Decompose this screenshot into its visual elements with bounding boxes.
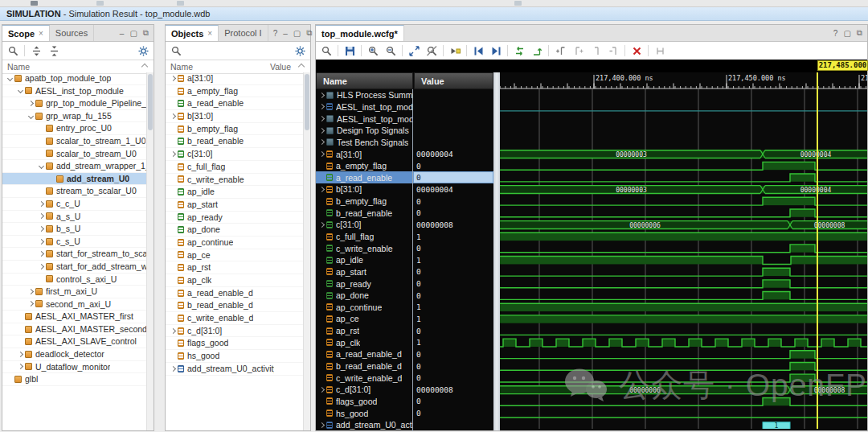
object-item-b[31:0][interactable]: b[31:0] [166, 110, 304, 123]
tab-scope[interactable]: Scope× [2, 25, 50, 41]
object-item-b_read_enable_d[interactable]: b_read_enable_d [166, 299, 304, 312]
object-item-ap_ce[interactable]: ap_ce [166, 249, 304, 262]
wave-signal-name[interactable]: c_d[31:0] [316, 384, 413, 396]
next-transition-icon[interactable] [489, 44, 502, 57]
wave-row-ap_ready[interactable]: ap_ready0 [316, 278, 493, 290]
tab-protocol[interactable]: Protocol I [219, 25, 268, 41]
scope-tree-item-apatb_top_module_top[interactable]: apatb_top_module_top [2, 72, 147, 85]
scope-scrollbar[interactable] [146, 72, 154, 430]
expand-arrow-icon[interactable] [170, 366, 176, 372]
collapse-arrow-icon[interactable] [39, 163, 44, 169]
tab-wave-config[interactable]: top_module.wcfg* [316, 25, 404, 41]
wave-signal-name[interactable]: ap_continue [316, 302, 413, 314]
tab-objects[interactable]: Objects× [166, 25, 219, 41]
scope-tree-item-AESL_inst_top_module[interactable]: AESL_inst_top_module [2, 85, 147, 98]
delete-icon[interactable] [630, 44, 643, 57]
object-item-b_empty_flag[interactable]: b_empty_flag [166, 123, 304, 136]
wave-row-c_write_enable[interactable]: c_write_enable0 [316, 242, 493, 254]
wave-row-HLS Process Summary[interactable]: HLS Process Summary [316, 89, 493, 101]
wave-signal-name[interactable]: HLS Process Summary [316, 89, 413, 101]
scope-tree-item-grp_wrap_fu_155[interactable]: grp_wrap_fu_155 [2, 110, 147, 123]
object-item-ap_start[interactable]: ap_start [166, 199, 304, 212]
wave-row-Design Top Signals[interactable]: Design Top Signals [316, 125, 493, 137]
search-icon[interactable] [6, 44, 19, 57]
swap-cursors-icon[interactable] [513, 44, 526, 57]
expand-arrow-icon[interactable] [319, 139, 325, 145]
expand-arrow-icon[interactable] [319, 387, 325, 393]
expand-arrow-icon[interactable] [319, 422, 325, 428]
wave-signal-name[interactable]: c_full_flag [316, 231, 413, 243]
scope-tree-item-scalar_to_stream_1_U0[interactable]: scalar_to_stream_1_U0 [2, 135, 147, 148]
object-item-c_write_enable_d[interactable]: c_write_enable_d [166, 312, 304, 325]
settings-icon[interactable] [293, 44, 306, 57]
wave-signal-name[interactable]: add_stream_U0_activity [316, 419, 413, 431]
wave-name-column-header[interactable]: Name [316, 72, 413, 89]
object-item-ap_clk[interactable]: ap_clk [166, 274, 304, 287]
scope-tree-item-b_s_U[interactable]: b_s_U [2, 223, 147, 236]
expand-arrow-icon[interactable] [319, 187, 325, 192]
scope-tree-item-entry_proc_U0[interactable]: entry_proc_U0 [2, 122, 147, 135]
float-icon[interactable]: ⧉ [857, 28, 862, 38]
expand-arrow-icon[interactable] [319, 93, 325, 98]
scope-tree-item-add_stream_U0[interactable]: add_stream_U0 [2, 173, 147, 186]
wave-signal-name[interactable]: ap_start [316, 266, 413, 278]
wave-row-b[31:0][interactable]: b[31:0]00000004 [316, 183, 493, 195]
wave-row-c[31:0][interactable]: c[31:0]00000008 [316, 219, 493, 231]
object-item-add_stream_U0_activity[interactable]: add_stream_U0_activity [166, 363, 304, 376]
object-item-ap_ready[interactable]: ap_ready [166, 212, 304, 224]
wave-cursor-line[interactable] [817, 72, 818, 429]
scope-tree-item-glbl[interactable]: glbl [2, 373, 147, 386]
object-item-ap_continue[interactable]: ap_continue [166, 237, 304, 249]
wave-row-ap_continue[interactable]: ap_continue1 [316, 302, 493, 314]
marker-prev-icon[interactable] [589, 44, 602, 57]
collapse-arrow-icon[interactable] [18, 88, 23, 93]
zoom-cursor-icon[interactable] [425, 44, 438, 57]
expand-arrow-icon[interactable] [28, 101, 34, 106]
wave-row-hs_good[interactable]: hs_good0 [316, 407, 493, 419]
scope-tree-item-c_c_U[interactable]: c_c_U [2, 198, 147, 211]
object-item-c_full_flag[interactable]: c_full_flag [166, 161, 304, 174]
minimize-icon[interactable]: – [283, 29, 288, 38]
collapse-arrow-icon[interactable] [7, 76, 13, 81]
prev-transition-icon[interactable] [472, 44, 485, 57]
expand-arrow-icon[interactable] [319, 116, 325, 121]
wave-signal-name[interactable]: a[31:0] [316, 148, 413, 160]
wave-signal-name[interactable]: ap_ready [316, 278, 413, 290]
wave-signal-name[interactable]: a_empty_flag [316, 160, 413, 172]
wave-signal-name[interactable]: ap_rst [316, 325, 413, 337]
wave-row-ap_ce[interactable]: ap_ce1 [316, 313, 493, 325]
wave-row-a_read_enable[interactable]: a_read_enable0 [316, 171, 493, 183]
minimize-icon[interactable]: – [120, 29, 125, 38]
wave-signal-name[interactable]: ap_done [316, 290, 413, 302]
help-icon[interactable]: ? [273, 29, 278, 38]
expand-arrow-icon[interactable] [319, 151, 325, 157]
expand-arrow-icon[interactable] [319, 128, 325, 134]
object-item-a_empty_flag[interactable]: a_empty_flag [166, 85, 304, 98]
objects-scrollbar[interactable] [303, 72, 310, 430]
scope-tree-item-start_for_stream_to_scalar_U0[interactable]: start_for_stream_to_scalar_U0 [2, 248, 147, 261]
close-tab-icon[interactable]: × [207, 29, 212, 38]
expand-arrow-icon[interactable] [28, 289, 34, 294]
wave-signal-name[interactable]: flags_good [316, 396, 413, 408]
object-item-ap_done[interactable]: ap_done [166, 224, 304, 237]
add-marker-icon[interactable] [554, 44, 567, 57]
scope-tree-item-c_s_U[interactable]: c_s_U [2, 236, 147, 249]
close-tab-icon[interactable]: × [39, 29, 43, 38]
wave-row-c_write_enable_d[interactable]: c_write_enable_d0 [316, 372, 493, 384]
expand-collapse-icon[interactable] [47, 44, 60, 57]
scope-tree-item-AESL_AXI_MASTER_second[interactable]: AESL_AXI_MASTER_second [2, 323, 147, 336]
wave-row-AESL_inst_top_module_activity[interactable]: AESL_inst_top_module_activity [316, 101, 493, 113]
scope-tree-item-AESL_AXI_SLAVE_control[interactable]: AESL_AXI_SLAVE_control [2, 335, 147, 348]
wave-row-ap_done[interactable]: ap_done0 [316, 290, 493, 302]
wave-row-b_empty_flag[interactable]: b_empty_flag0 [316, 195, 493, 208]
wave-signal-name[interactable]: c_write_enable_d [316, 372, 413, 384]
expand-arrow-icon[interactable] [170, 328, 176, 334]
wave-row-b_read_enable_d[interactable]: b_read_enable_d0 [316, 360, 493, 372]
wave-signal-name[interactable]: Test Bench Signals [316, 137, 413, 149]
scope-tree-item-grp_top_module_Pipeline_main_lc[interactable]: grp_top_module_Pipeline_main_lc [2, 97, 147, 110]
object-item-a_read_enable[interactable]: a_read_enable [166, 97, 304, 110]
wave-row-a_empty_flag[interactable]: a_empty_flag0 [316, 160, 493, 172]
scope-tree-item-scalar_to_stream_U0[interactable]: scalar_to_stream_U0 [2, 148, 147, 161]
maximize-icon[interactable]: ▢ [843, 29, 850, 38]
wave-signal-name[interactable]: ap_clk [316, 336, 413, 348]
